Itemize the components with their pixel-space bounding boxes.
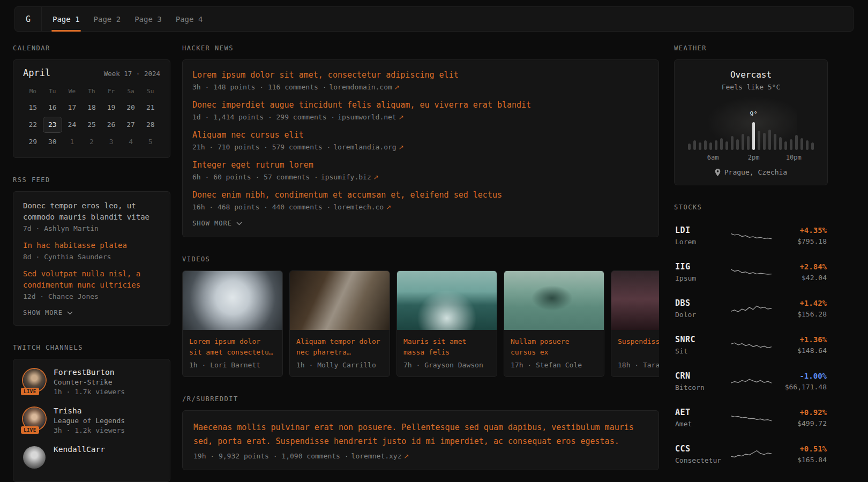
twitch-channel[interactable]: LIVE ForrestBurton Counter-Strike 1h · 1… (23, 368, 160, 396)
stock-id: IIGIpsum (675, 262, 729, 282)
stock-row[interactable]: AHS +0.46% (674, 472, 828, 482)
hn-item-stats: 21h · 710 points · 579 comments · (192, 143, 331, 151)
hn-item-domain[interactable]: ipsumify.biz (321, 173, 371, 181)
weather-bar (720, 138, 723, 150)
stock-sparkline (729, 373, 773, 389)
calendar-day: 1 (62, 134, 82, 150)
channel-name[interactable]: Trisha (54, 406, 125, 415)
video-card[interactable]: Aliquam tempor dolor nec pharetra… 1h · … (289, 270, 390, 377)
rss-item-meta: 12d · Chance Jones (23, 292, 160, 300)
rss-item-title[interactable]: In hac habitasse platea (23, 240, 160, 251)
hn-show-more-label: Show More (192, 220, 232, 227)
rss-show-more-label: Show More (23, 309, 63, 317)
stock-row[interactable]: SNRCSit +1.36%$148.64 (674, 327, 828, 363)
video-title: Aliquam tempor dolor nec pharetra… (296, 336, 383, 358)
stock-row[interactable]: IIGIpsum +2.84%$42.04 (674, 254, 828, 290)
twitch-channel[interactable]: KendallCarr (23, 445, 160, 469)
video-card[interactable]: Suspendisse diam 18h · Tara (611, 270, 659, 377)
stock-row[interactable]: LDILorem +4.35%$795.18 (674, 217, 828, 254)
calendar-section-title: Calendar (13, 44, 170, 52)
stock-values: +0.92%$499.72 (773, 408, 827, 427)
weather-card: Overcast Feels like 5°C 9° 6am 2pm 10pm … (674, 59, 828, 185)
hn-item: Integer eget rutrum lorem 6h · 60 points… (192, 160, 649, 181)
calendar-day: 22 (23, 117, 43, 133)
stocks-list: LDILorem +4.35%$795.18 IIGIpsum +2.84%$4… (674, 217, 828, 482)
stock-row[interactable]: AETAmet +0.92%$499.72 (674, 400, 828, 436)
hn-item-domain[interactable]: loremdomain.com (329, 83, 392, 91)
calendar-grid: MoTuWeThFrSaSu15161718192021222324252627… (23, 85, 160, 150)
twitch-section-title: Twitch Channels (13, 344, 170, 351)
hn-item-meta: 1d · 1,414 points · 299 comments ·ipsumw… (192, 113, 649, 121)
rss-item-title[interactable]: Sed volutpat nulla nisl, a condimentum n… (23, 268, 160, 291)
hn-item-domain[interactable]: loremtech.co (333, 203, 384, 211)
stock-id: CRNBitcorn (675, 371, 729, 391)
calendar-weekday: Fr (101, 85, 121, 99)
videos-widget: Videos Lorem ipsum dolor sit amet consec… (182, 255, 659, 377)
twitch-channel[interactable]: LIVE Trisha League of Legends 3h · 1.2k … (23, 406, 160, 434)
stock-change: +4.35% (773, 226, 827, 235)
stock-row[interactable]: CCSConsectetur +0.51%$165.84 (674, 436, 828, 472)
calendar-weekday: Mo (23, 85, 43, 99)
subreddit-card: Maecenas mollis pulvinar erat non posuer… (182, 410, 659, 470)
channel-info: Trisha League of Legends 3h · 1.2k viewe… (54, 406, 125, 434)
stock-ticker: IIG (675, 262, 729, 272)
rss-item-meta: 8d · Cynthia Saunders (23, 253, 160, 261)
sparkline-chart (731, 410, 772, 426)
subreddit-post-title[interactable]: Maecenas mollis pulvinar erat non posuer… (193, 420, 648, 448)
video-title: Lorem ipsum dolor sit amet consectetu… (189, 336, 276, 358)
tab-page-1[interactable]: Page 1 (53, 7, 80, 31)
hn-item-title[interactable]: Aliquam nec cursus elit (192, 130, 649, 140)
tab-page-4[interactable]: Page 4 (176, 7, 203, 31)
video-thumbnail (504, 271, 604, 330)
channel-info: ForrestBurton Counter-Strike 1h · 1.7k v… (54, 368, 125, 396)
video-card[interactable]: Nullam posuere cursus ex 17h · Stefan Co… (504, 270, 604, 377)
stock-change: +0.51% (773, 445, 827, 453)
stock-id: SNRCSit (675, 335, 729, 355)
tab-page-2[interactable]: Page 2 (94, 7, 121, 31)
hn-item-title[interactable]: Lorem ipsum dolor sit amet, consectetur … (192, 70, 649, 80)
weather-bar (742, 134, 744, 150)
video-meta: 1h · Molly Carrillo (296, 361, 383, 369)
weather-bar (709, 142, 712, 150)
weather-hourly-chart: 9° (683, 104, 819, 150)
rss-item-title[interactable]: Donec tempor eros leo, ut commodo mauris… (23, 200, 160, 223)
stock-row[interactable]: CRNBitcorn -1.00%$66,171.48 (674, 363, 828, 400)
calendar-card: April Week 17 · 2024 MoTuWeThFrSaSu15161… (13, 59, 170, 158)
calendar-day: 5 (140, 134, 160, 150)
app-logo[interactable]: G (15, 7, 42, 31)
video-card[interactable]: Lorem ipsum dolor sit amet consectetu… 1… (182, 270, 283, 377)
videos-row: Lorem ipsum dolor sit amet consectetu… 1… (182, 270, 659, 377)
stock-values: +1.36%$148.64 (773, 335, 827, 355)
rss-show-more-button[interactable]: Show More (23, 309, 73, 317)
hn-item-title[interactable]: Donec enim nibh, condimentum et accumsan… (192, 190, 649, 200)
hn-item-domain[interactable]: ipsumworld.net (338, 113, 396, 121)
subreddit-post-domain[interactable]: loremnet.xyz (351, 452, 402, 460)
hn-item-title[interactable]: Integer eget rutrum lorem (192, 160, 649, 170)
stock-change: -1.00% (773, 372, 827, 380)
calendar-day: 25 (82, 117, 102, 133)
video-meta: 17h · Stefan Cole (511, 361, 597, 369)
stock-row[interactable]: DBSDolor +1.42%$156.28 (674, 290, 828, 327)
hn-item-domain[interactable]: loremlandia.org (333, 143, 396, 151)
calendar-day: 18 (82, 100, 102, 116)
hn-item-title[interactable]: Donec imperdiet augue tincidunt felis al… (192, 100, 649, 110)
tab-page-3[interactable]: Page 3 (134, 7, 162, 31)
video-thumbnail (397, 271, 497, 330)
subreddit-post-stats: 19h · 9,932 points · 1,090 comments · (193, 452, 349, 460)
stock-name: Dolor (675, 311, 729, 319)
video-title: Suspendisse diam (618, 336, 659, 358)
subreddit-post-meta: 19h · 9,932 points · 1,090 comments ·lor… (193, 452, 648, 460)
dashboard-page: G Page 1 Page 2 Page 3 Page 4 Calendar A… (0, 6, 868, 482)
hn-show-more-button[interactable]: Show More (192, 220, 242, 227)
stocks-widget: Stocks LDILorem +4.35%$795.18 IIGIpsum +… (674, 204, 828, 482)
external-link-icon: ↗ (399, 114, 404, 121)
weather-bar (731, 136, 734, 150)
external-link-icon: ↗ (394, 84, 400, 91)
video-card[interactable]: Mauris sit amet massa felis 7h · Grayson… (396, 270, 497, 377)
stock-price: $165.84 (773, 456, 827, 464)
left-column: Calendar April Week 17 · 2024 MoTuWeThFr… (13, 44, 170, 482)
stock-price: $795.18 (773, 237, 827, 245)
subreddit-post: Maecenas mollis pulvinar erat non posuer… (193, 420, 648, 460)
channel-name[interactable]: KendallCarr (54, 445, 105, 454)
channel-name[interactable]: ForrestBurton (54, 368, 125, 376)
